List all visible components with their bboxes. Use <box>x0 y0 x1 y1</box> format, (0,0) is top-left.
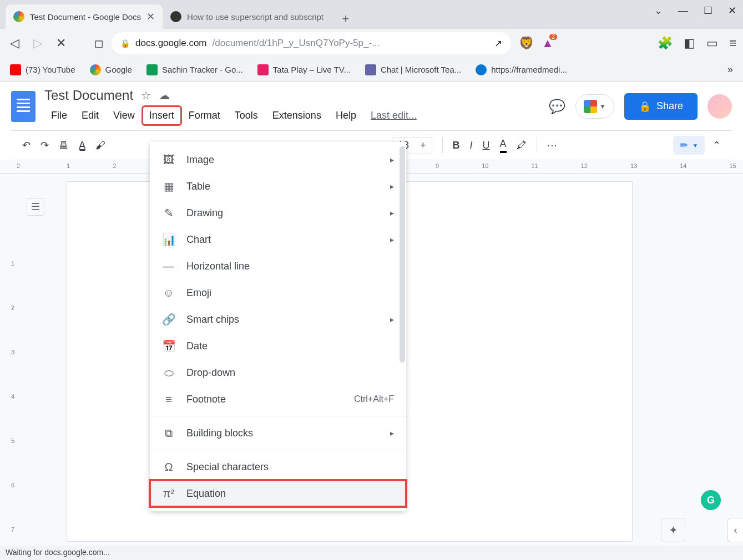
insert-menu-item-chart[interactable]: 📊Chart▸ <box>150 226 406 253</box>
browser-tab-active[interactable]: Test Document - Google Docs ✕ <box>6 4 163 29</box>
account-avatar[interactable] <box>707 94 732 119</box>
chevron-down-icon: ▼ <box>693 142 698 149</box>
building-blocks-icon: ⧉ <box>162 427 175 440</box>
underline-button[interactable]: U <box>483 140 490 151</box>
ruler-mark: 1 <box>67 162 70 169</box>
print-button[interactable]: 🖶 <box>59 140 69 151</box>
font-size-increase[interactable]: + <box>415 138 432 154</box>
explore-button[interactable]: ✦ <box>661 518 685 542</box>
side-panel-toggle[interactable]: ‹ <box>727 518 743 542</box>
cloud-save-icon[interactable]: ☁ <box>159 89 170 102</box>
window-dropdown-icon[interactable]: ⌄ <box>654 4 663 17</box>
lock-icon: 🔒 <box>639 100 651 113</box>
highlight-button[interactable]: 🖍 <box>517 140 527 151</box>
vruler-mark: 6 <box>11 482 14 488</box>
meet-icon <box>584 100 597 113</box>
bookmark-framed[interactable]: https://framedmedi... <box>476 64 567 75</box>
vruler-mark: 7 <box>11 526 14 533</box>
insert-menu-item-date[interactable]: 📅Date <box>150 333 406 359</box>
smart-chips-icon: 🔗 <box>162 313 175 326</box>
share-label: Share <box>656 100 683 112</box>
comments-icon[interactable]: 💬 <box>549 99 565 114</box>
extensions-icon[interactable]: 🧩 <box>658 36 673 50</box>
menu-item-label: Equation <box>186 488 226 500</box>
share-url-icon[interactable]: ↗ <box>494 38 502 49</box>
vruler-mark: 1 <box>11 260 14 267</box>
insert-menu-item-building-blocks[interactable]: ⧉Building blocks▸ <box>150 420 406 446</box>
editing-mode-button[interactable]: ✏ ▼ <box>673 136 705 155</box>
equation-icon: π² <box>162 487 175 500</box>
star-icon[interactable]: ☆ <box>141 89 151 102</box>
redo-button[interactable]: ↷ <box>41 139 49 151</box>
share-button[interactable]: 🔒 Share <box>624 93 697 120</box>
paint-format-button[interactable]: 🖌 <box>95 140 105 151</box>
menu-insert[interactable]: Insert <box>143 106 181 125</box>
meet-button[interactable]: ▼ <box>575 94 614 119</box>
bookmarks-overflow-icon[interactable]: » <box>727 64 733 75</box>
tab-title: How to use superscript and subscript <box>187 12 324 22</box>
keyboard-shortcut: Ctrl+Alt+F <box>354 394 394 404</box>
maximize-icon[interactable]: ☐ <box>704 4 712 17</box>
bookmark-teams[interactable]: Chat | Microsoft Tea... <box>365 64 461 75</box>
insert-menu-item-equation[interactable]: π²Equation <box>150 480 406 507</box>
stop-reload-button[interactable]: ✕ <box>53 36 69 50</box>
bookmark-tataplay[interactable]: Tata Play – Live TV... <box>257 64 351 75</box>
tab-close-icon[interactable]: ✕ <box>146 11 155 23</box>
insert-menu-item-emoji[interactable]: ☺Emoji <box>150 279 406 306</box>
back-button[interactable]: ◁ <box>7 36 22 50</box>
vertical-ruler[interactable]: 1234567 <box>4 185 14 533</box>
outline-toggle-button[interactable]: ☰ <box>27 198 44 216</box>
forward-button[interactable]: ▷ <box>30 36 46 50</box>
chevron-right-icon: ▸ <box>390 429 394 437</box>
bookmark-google[interactable]: Google <box>90 64 132 75</box>
insert-menu-item-smart-chips[interactable]: 🔗Smart chips▸ <box>150 306 406 333</box>
document-title[interactable]: Test Document <box>44 88 133 103</box>
vruler-mark: 4 <box>11 393 14 400</box>
date-icon: 📅 <box>162 339 175 353</box>
bold-button[interactable]: B <box>453 140 460 151</box>
insert-menu-item-drop-down[interactable]: ⬭Drop-down <box>150 359 406 386</box>
bookmark-youtube[interactable]: (73) YouTube <box>10 64 75 75</box>
youtube-icon <box>10 64 21 75</box>
browser-tab-inactive[interactable]: How to use superscript and subscript <box>163 4 331 29</box>
docs-logo-icon[interactable] <box>11 91 36 122</box>
menu-help[interactable]: Help <box>329 106 363 125</box>
insert-menu-item-table[interactable]: ▦Table▸ <box>150 173 406 200</box>
insert-menu-item-special-characters[interactable]: ΩSpecial characters <box>150 454 406 480</box>
ruler-mark: 13 <box>630 162 637 169</box>
menu-extensions[interactable]: Extensions <box>266 106 328 125</box>
sidebar-toggle-icon[interactable]: ◧ <box>684 36 695 50</box>
wallet-icon[interactable]: ▭ <box>706 36 718 50</box>
close-window-icon[interactable]: ✕ <box>728 4 736 17</box>
menu-edit[interactable]: Edit <box>75 106 105 125</box>
menu-tools[interactable]: Tools <box>228 106 265 125</box>
brave-rewards-icon[interactable]: ▲ 2 <box>542 36 554 50</box>
insert-menu-item-drawing[interactable]: ✎Drawing▸ <box>150 200 406 226</box>
insert-menu-item-image[interactable]: 🖼Image▸ <box>150 146 406 173</box>
browser-menu-icon[interactable]: ≡ <box>729 36 736 50</box>
grammarly-icon[interactable]: G <box>701 490 721 510</box>
insert-menu-item-horizontal-line[interactable]: —Horizontal line <box>150 253 406 279</box>
spellcheck-button[interactable]: A̲ <box>79 139 85 151</box>
address-bar[interactable]: 🔒 docs.google.com/document/d/1hP_y_UsnQ7… <box>112 32 511 54</box>
window-controls: ⌄ — ☐ ✕ <box>654 4 736 17</box>
new-tab-button[interactable]: + <box>336 9 356 29</box>
italic-button[interactable]: I <box>470 140 473 151</box>
menu-divider <box>150 416 406 416</box>
bookmark-sheets[interactable]: Sachin Tracker - Go... <box>146 64 243 75</box>
menu-item-label: Drawing <box>186 207 223 219</box>
last-edit-link[interactable]: Last edit... <box>371 110 417 121</box>
ruler-mark: 14 <box>680 162 686 169</box>
brave-shield-icon[interactable]: 🦁 <box>519 36 534 50</box>
more-tools-button[interactable]: ⋯ <box>547 139 557 151</box>
minimize-icon[interactable]: — <box>678 5 688 17</box>
menu-view[interactable]: View <box>107 106 141 125</box>
insert-menu-item-footnote[interactable]: ≡FootnoteCtrl+Alt+F <box>150 386 406 413</box>
collapse-toolbar-icon[interactable]: ⌃ <box>712 139 721 151</box>
text-color-button[interactable]: A <box>500 138 507 153</box>
undo-button[interactable]: ↶ <box>22 139 31 151</box>
menu-file[interactable]: File <box>44 106 74 125</box>
bookmark-page-icon[interactable]: ◻ <box>94 37 104 50</box>
menu-format[interactable]: Format <box>182 106 227 125</box>
menu-item-label: Image <box>186 154 214 166</box>
